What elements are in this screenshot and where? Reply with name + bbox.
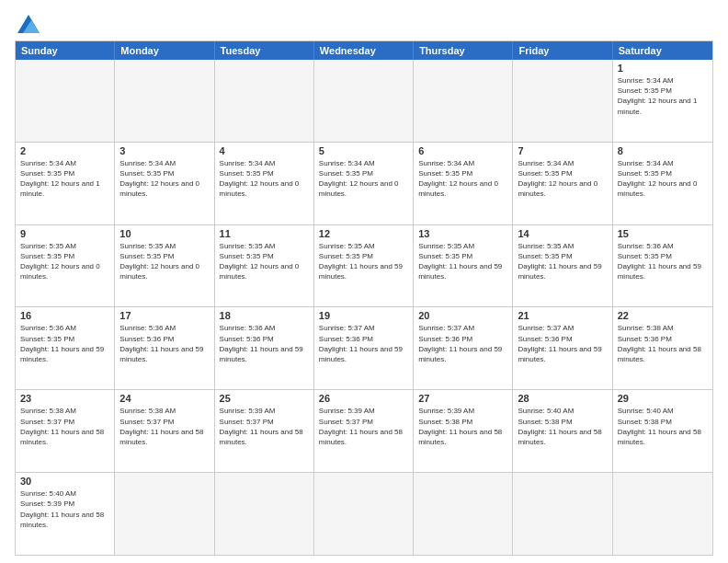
calendar-cell: 29Sunrise: 5:40 AMSunset: 5:38 PMDayligh… (613, 390, 712, 472)
day-info: Sunrise: 5:36 AMSunset: 5:35 PMDaylight:… (20, 323, 109, 364)
day-number: 11 (220, 228, 309, 239)
day-number: 4 (220, 145, 309, 156)
calendar-cell: 1Sunrise: 5:34 AMSunset: 5:35 PMDaylight… (613, 60, 712, 142)
calendar-row: 2Sunrise: 5:34 AMSunset: 5:35 PMDaylight… (16, 143, 712, 225)
day-info: Sunrise: 5:35 AMSunset: 5:35 PMDaylight:… (418, 241, 507, 282)
calendar-cell: 25Sunrise: 5:39 AMSunset: 5:37 PMDayligh… (215, 390, 314, 472)
day-number: 19 (319, 310, 408, 321)
weekday-header: Friday (513, 41, 612, 60)
calendar-cell (16, 60, 115, 142)
calendar-cell: 8Sunrise: 5:34 AMSunset: 5:35 PMDaylight… (613, 143, 712, 224)
calendar-row: 16Sunrise: 5:36 AMSunset: 5:35 PMDayligh… (16, 307, 712, 390)
calendar-cell: 11Sunrise: 5:35 AMSunset: 5:35 PMDayligh… (215, 225, 314, 307)
day-number: 5 (319, 145, 408, 156)
calendar-row: 30Sunrise: 5:40 AMSunset: 5:39 PMDayligh… (16, 473, 712, 555)
day-info: Sunrise: 5:35 AMSunset: 5:35 PMDaylight:… (518, 241, 607, 282)
calendar-body: 1Sunrise: 5:34 AMSunset: 5:35 PMDaylight… (16, 60, 712, 555)
calendar: SundayMondayTuesdayWednesdayThursdayFrid… (15, 40, 713, 556)
calendar-cell: 17Sunrise: 5:36 AMSunset: 5:36 PMDayligh… (115, 307, 214, 389)
calendar-cell: 23Sunrise: 5:38 AMSunset: 5:37 PMDayligh… (16, 390, 115, 472)
weekday-header: Monday (115, 41, 214, 60)
day-number: 22 (618, 310, 708, 321)
day-number: 8 (618, 145, 708, 156)
day-number: 20 (418, 310, 507, 321)
day-number: 2 (20, 145, 109, 156)
day-info: Sunrise: 5:35 AMSunset: 5:35 PMDaylight:… (319, 241, 408, 282)
day-info: Sunrise: 5:34 AMSunset: 5:35 PMDaylight:… (418, 158, 507, 200)
day-info: Sunrise: 5:39 AMSunset: 5:37 PMDaylight:… (220, 406, 309, 447)
day-number: 27 (418, 393, 507, 404)
weekday-header: Sunday (16, 41, 115, 60)
calendar-cell: 10Sunrise: 5:35 AMSunset: 5:35 PMDayligh… (115, 225, 214, 307)
day-number: 7 (518, 145, 607, 156)
calendar-row: 9Sunrise: 5:35 AMSunset: 5:35 PMDaylight… (16, 225, 712, 308)
day-info: Sunrise: 5:34 AMSunset: 5:35 PMDaylight:… (20, 158, 109, 200)
calendar-cell: 28Sunrise: 5:40 AMSunset: 5:38 PMDayligh… (513, 390, 612, 472)
calendar-cell (215, 473, 314, 555)
day-info: Sunrise: 5:36 AMSunset: 5:36 PMDaylight:… (220, 323, 309, 364)
weekday-header: Wednesday (314, 41, 414, 60)
calendar-cell: 2Sunrise: 5:34 AMSunset: 5:35 PMDaylight… (16, 143, 115, 224)
day-number: 25 (220, 393, 309, 404)
day-info: Sunrise: 5:39 AMSunset: 5:37 PMDaylight:… (319, 406, 408, 447)
day-info: Sunrise: 5:35 AMSunset: 5:35 PMDaylight:… (119, 241, 209, 282)
day-info: Sunrise: 5:34 AMSunset: 5:35 PMDaylight:… (220, 158, 309, 200)
day-number: 14 (518, 228, 607, 239)
calendar-cell: 13Sunrise: 5:35 AMSunset: 5:35 PMDayligh… (414, 225, 513, 307)
calendar-header: SundayMondayTuesdayWednesdayThursdayFrid… (16, 41, 712, 60)
calendar-cell (314, 473, 414, 555)
calendar-cell: 22Sunrise: 5:38 AMSunset: 5:36 PMDayligh… (613, 307, 712, 389)
day-number: 21 (518, 310, 607, 321)
day-number: 10 (119, 228, 209, 239)
day-info: Sunrise: 5:38 AMSunset: 5:37 PMDaylight:… (20, 406, 109, 447)
day-info: Sunrise: 5:34 AMSunset: 5:35 PMDaylight:… (518, 158, 607, 200)
day-number: 13 (418, 228, 507, 239)
day-number: 1 (618, 63, 708, 74)
weekday-header: Tuesday (215, 41, 314, 60)
calendar-cell: 7Sunrise: 5:34 AMSunset: 5:35 PMDaylight… (513, 143, 612, 224)
calendar-cell: 14Sunrise: 5:35 AMSunset: 5:35 PMDayligh… (513, 225, 612, 307)
day-info: Sunrise: 5:40 AMSunset: 5:39 PMDaylight:… (20, 488, 109, 530)
day-info: Sunrise: 5:36 AMSunset: 5:35 PMDaylight:… (618, 241, 708, 282)
day-number: 18 (220, 310, 309, 321)
calendar-cell (513, 60, 612, 142)
calendar-cell: 20Sunrise: 5:37 AMSunset: 5:36 PMDayligh… (414, 307, 513, 389)
calendar-cell: 26Sunrise: 5:39 AMSunset: 5:37 PMDayligh… (314, 390, 414, 472)
day-number: 3 (119, 145, 209, 156)
calendar-cell (314, 60, 414, 142)
calendar-cell: 19Sunrise: 5:37 AMSunset: 5:36 PMDayligh… (314, 307, 414, 389)
day-info: Sunrise: 5:34 AMSunset: 5:35 PMDaylight:… (319, 158, 408, 200)
day-info: Sunrise: 5:37 AMSunset: 5:36 PMDaylight:… (518, 323, 607, 364)
day-info: Sunrise: 5:37 AMSunset: 5:36 PMDaylight:… (418, 323, 507, 364)
calendar-cell: 12Sunrise: 5:35 AMSunset: 5:35 PMDayligh… (314, 225, 414, 307)
logo-icon (17, 15, 40, 33)
calendar-cell: 24Sunrise: 5:38 AMSunset: 5:37 PMDayligh… (115, 390, 214, 472)
day-info: Sunrise: 5:40 AMSunset: 5:38 PMDaylight:… (518, 406, 607, 447)
day-info: Sunrise: 5:35 AMSunset: 5:35 PMDaylight:… (20, 241, 109, 282)
calendar-cell: 3Sunrise: 5:34 AMSunset: 5:35 PMDaylight… (115, 143, 214, 224)
calendar-cell: 9Sunrise: 5:35 AMSunset: 5:35 PMDaylight… (16, 225, 115, 307)
calendar-cell (613, 473, 712, 555)
calendar-cell (513, 473, 612, 555)
day-info: Sunrise: 5:34 AMSunset: 5:35 PMDaylight:… (618, 75, 708, 117)
calendar-cell: 16Sunrise: 5:36 AMSunset: 5:35 PMDayligh… (16, 307, 115, 389)
calendar-cell: 30Sunrise: 5:40 AMSunset: 5:39 PMDayligh… (16, 473, 115, 555)
day-info: Sunrise: 5:34 AMSunset: 5:35 PMDaylight:… (618, 158, 708, 200)
day-number: 30 (20, 476, 109, 487)
day-info: Sunrise: 5:38 AMSunset: 5:36 PMDaylight:… (618, 323, 708, 364)
day-info: Sunrise: 5:38 AMSunset: 5:37 PMDaylight:… (119, 406, 209, 447)
day-info: Sunrise: 5:37 AMSunset: 5:36 PMDaylight:… (319, 323, 408, 364)
calendar-cell (414, 473, 513, 555)
day-number: 6 (418, 145, 507, 156)
day-number: 15 (618, 228, 708, 239)
page: SundayMondayTuesdayWednesdayThursdayFrid… (0, 0, 728, 563)
day-number: 26 (319, 393, 408, 404)
day-info: Sunrise: 5:35 AMSunset: 5:35 PMDaylight:… (220, 241, 309, 282)
weekday-header: Saturday (613, 41, 712, 60)
calendar-cell: 6Sunrise: 5:34 AMSunset: 5:35 PMDaylight… (414, 143, 513, 224)
day-info: Sunrise: 5:36 AMSunset: 5:36 PMDaylight:… (119, 323, 209, 364)
day-info: Sunrise: 5:34 AMSunset: 5:35 PMDaylight:… (119, 158, 209, 200)
calendar-row: 23Sunrise: 5:38 AMSunset: 5:37 PMDayligh… (16, 390, 712, 473)
header (15, 15, 713, 33)
calendar-row: 1Sunrise: 5:34 AMSunset: 5:35 PMDaylight… (16, 60, 712, 143)
